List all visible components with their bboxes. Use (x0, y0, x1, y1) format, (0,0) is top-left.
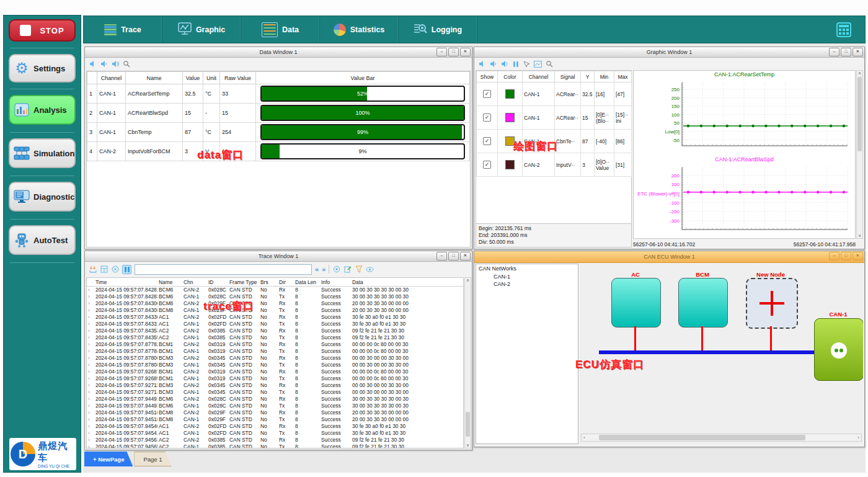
expand-chevron-icon[interactable]: › (87, 307, 94, 314)
expand-chevron-icon[interactable]: › (87, 341, 94, 348)
expand-chevron-icon[interactable]: › (87, 430, 94, 437)
expand-chevron-icon[interactable]: › (87, 348, 94, 355)
trace-row[interactable]: ›2024-04-15 09:57:07.926892BCM1CAN-10x03… (87, 375, 463, 382)
column-header[interactable]: Value Bar (256, 72, 470, 84)
expand-chevron-icon[interactable]: › (87, 314, 94, 321)
close-button[interactable]: ✕ (852, 48, 863, 56)
ecu-window-titlebar[interactable]: CAN ECU Window 1 – □ ✕ (474, 251, 864, 263)
edit-icon[interactable] (343, 265, 352, 274)
column-header[interactable]: Name (126, 72, 183, 84)
color-swatch[interactable] (505, 136, 515, 146)
sidebar-item-simulation[interactable]: Simulation (9, 138, 76, 168)
expand-chevron-icon[interactable]: › (87, 293, 94, 300)
expand-chevron-icon[interactable]: › (87, 375, 94, 382)
trace-row[interactable]: ›2024-04-15 09:57:07.842817BCM6CAN-20x02… (87, 287, 463, 294)
column-header[interactable]: Data (351, 278, 463, 287)
show-checkbox[interactable]: ✓ (483, 114, 491, 122)
trace-row[interactable]: ›2024-04-15 09:57:07.945634AC2CAN-20x038… (87, 437, 463, 444)
trace-row[interactable]: ›2024-04-15 09:57:07.878068BCM3CAN-20x03… (87, 355, 463, 362)
trace-row[interactable]: ›2024-04-15 09:57:07.945181BCM8CAN-10x02… (87, 416, 463, 423)
trace-row[interactable]: ›2024-04-15 09:57:07.945165BCM8CAN-20x02… (87, 409, 463, 416)
expand-chevron-icon[interactable]: › (87, 396, 94, 403)
trace-row[interactable]: ›2024-04-15 09:57:07.877825BCM1CAN-20x03… (87, 341, 463, 348)
ecu-hscrollbar[interactable]: ‹› (581, 434, 862, 442)
column-header[interactable] (87, 72, 97, 84)
toolbar-graphic-button[interactable]: Graphic (162, 16, 241, 43)
maximize-button[interactable]: □ (448, 48, 459, 56)
show-checkbox[interactable]: ✓ (483, 161, 491, 169)
color-swatch[interactable] (505, 160, 515, 169)
minimize-button[interactable]: – (829, 48, 839, 56)
column-header[interactable]: ID (207, 278, 228, 287)
ecu-node-bcm[interactable] (678, 278, 728, 328)
column-header[interactable]: Max (614, 71, 632, 82)
signal-row[interactable]: ✓CAN-1ACRear··15[0]E·· (Blo··[15]·· Ini (477, 106, 632, 130)
expand-chevron-icon[interactable]: › (87, 382, 94, 389)
toolbar-logging-button[interactable]: Logging (399, 16, 477, 43)
search-icon[interactable] (122, 60, 130, 68)
toolbar-data-button[interactable]: Data (241, 16, 320, 43)
minimize-button[interactable]: – (436, 48, 447, 56)
data-window-titlebar[interactable]: Data Window 1 – □ ✕ (85, 47, 472, 58)
scrollbar-thumb[interactable] (599, 435, 805, 440)
add-node-button[interactable] (746, 278, 798, 329)
expand-chevron-icon[interactable]: › (87, 389, 94, 396)
toolbar-statistics-button[interactable]: Statistics (320, 16, 399, 43)
trace-row[interactable]: ›2024-04-15 09:57:07.843550AC2CAN-10x038… (87, 334, 463, 341)
minimize-button[interactable]: – (436, 252, 447, 261)
sidebar-item-settings[interactable]: ⚙ Settings (9, 54, 76, 82)
channel-node-can1[interactable] (814, 318, 863, 381)
column-header[interactable]: Name (157, 278, 182, 287)
charts-scrollbar[interactable]: ∧∨ (856, 70, 863, 239)
expand-chevron-icon[interactable]: › (87, 355, 94, 362)
column-header[interactable]: Raw Value (220, 72, 256, 84)
maximize-button[interactable]: □ (841, 252, 851, 261)
trace-row[interactable]: ›2024-04-15 09:57:07.927134BCM3CAN-10x03… (87, 389, 463, 396)
column-header[interactable]: Unit (203, 72, 220, 84)
column-header[interactable]: Signal (555, 71, 581, 82)
expand-chevron-icon[interactable]: › (87, 334, 94, 341)
color-swatch[interactable] (505, 89, 515, 99)
trace-row[interactable]: ›2024-04-15 09:57:07.843301AC1CAN-20x02F… (87, 314, 463, 321)
column-header[interactable]: Chn (182, 278, 207, 287)
expand-chevron-icon[interactable]: › (87, 444, 94, 448)
tree-item-can1[interactable]: CAN-1 (476, 273, 578, 280)
trace-row[interactable]: ›2024-04-15 09:57:07.877842BCM1CAN-10x03… (87, 348, 463, 355)
scrollbar-thumb[interactable] (857, 77, 862, 151)
data-row[interactable]: 3CAN-1CbnTemp87°C25499% (87, 123, 470, 142)
signal-row[interactable]: ✓CAN-1CbnTe··87[-40][86] (477, 130, 632, 153)
speaker-icon[interactable] (100, 60, 108, 68)
speaker-icon[interactable] (500, 60, 508, 68)
tab-newpage[interactable]: + NewPage (84, 452, 133, 466)
trace-row[interactable]: ›2024-04-15 09:57:07.944917BCM6CAN-20x02… (87, 396, 463, 403)
column-header[interactable]: Data Len (294, 278, 320, 287)
trace-search-input[interactable] (135, 264, 312, 275)
expand-chevron-icon[interactable]: › (87, 416, 94, 423)
show-checkbox[interactable]: ✓ (483, 137, 491, 145)
minimize-button[interactable]: – (829, 252, 839, 261)
speaker-icon[interactable] (478, 60, 486, 68)
expand-chevron-icon[interactable]: › (87, 321, 94, 328)
close-button[interactable]: ✕ (852, 252, 863, 261)
close-button[interactable]: ✕ (460, 252, 471, 261)
chart-icon[interactable] (534, 60, 542, 68)
pause-icon[interactable] (122, 265, 131, 274)
grid-view-icon[interactable] (836, 22, 851, 37)
column-header[interactable]: Value (183, 72, 203, 84)
trace-window-titlebar[interactable]: Trace Window 1 – □ ✕ (85, 251, 472, 262)
cursor-icon[interactable] (523, 60, 531, 68)
column-header[interactable]: Frame Type (228, 278, 259, 287)
trace-row[interactable]: ›2024-04-15 09:57:07.926874BCM1CAN-20x03… (87, 368, 463, 375)
data-row[interactable]: 4CAN-2InputVoltForBCM3V129% (87, 142, 470, 161)
trace-row[interactable]: ›2024-04-15 09:57:07.843533AC2CAN-20x038… (87, 328, 463, 334)
search-icon[interactable] (545, 60, 553, 68)
eye-icon[interactable] (366, 265, 374, 274)
expand-chevron-icon[interactable]: › (87, 368, 94, 375)
stop-button[interactable]: STOP (9, 19, 76, 42)
expand-chevron-icon[interactable]: › (87, 437, 94, 444)
pause-icon[interactable] (512, 60, 520, 68)
expand-chevron-icon[interactable]: › (87, 409, 94, 416)
signal-row[interactable]: ✓CAN-1ACRear··32.5[16][47] (477, 82, 632, 106)
toolbar-trace-button[interactable]: Trace (84, 16, 162, 43)
expand-chevron-icon[interactable]: › (87, 423, 94, 430)
